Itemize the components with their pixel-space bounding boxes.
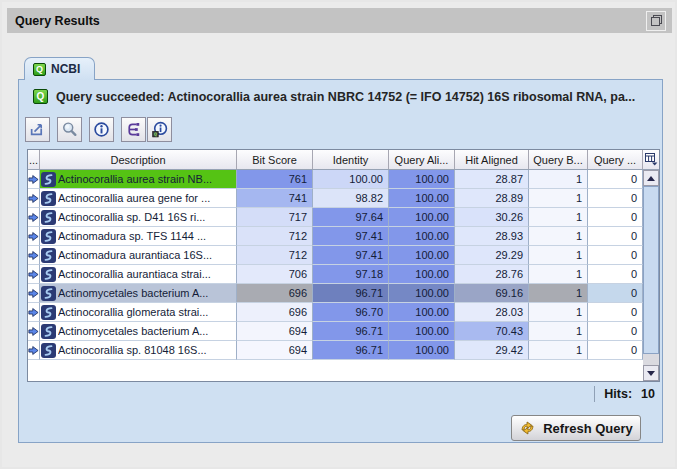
- identity-cell: 98.82: [313, 189, 389, 208]
- bit-score-cell: 712: [237, 227, 313, 246]
- description-text: Actinomadura sp. TFS 1144 ...: [58, 230, 206, 242]
- query-aligned-cell: 100.00: [389, 322, 455, 341]
- sequence-icon: [41, 324, 56, 339]
- bit-score-cell: 696: [237, 284, 313, 303]
- table-row[interactable]: Actinocorallia sp. D41 16S ri... 717 97.…: [28, 208, 643, 227]
- table-row[interactable]: Actinocorallia sp. 81048 16S... 694 96.7…: [28, 341, 643, 360]
- info-icon: [93, 121, 110, 138]
- info-button[interactable]: [89, 117, 114, 142]
- table-row[interactable]: Actinomadura sp. TFS 1144 ... 712 97.41 …: [28, 227, 643, 246]
- hit-aligned-cell: 28.76: [455, 265, 529, 284]
- query-info-icon: Q: [151, 121, 168, 138]
- header-description[interactable]: Description: [40, 150, 237, 169]
- row-arrow-icon: [28, 307, 39, 318]
- identity-cell: 96.71: [313, 341, 389, 360]
- scrollbar-thumb[interactable]: [643, 186, 659, 354]
- bit-score-cell: 694: [237, 322, 313, 341]
- identity-cell: 96.71: [313, 322, 389, 341]
- tree-view-button[interactable]: [121, 117, 146, 142]
- description-text: Actinomadura aurantiaca 16S...: [58, 249, 212, 261]
- query-cell: 0: [588, 189, 643, 208]
- description-text: Actinocorallia aurea strain NB...: [58, 173, 212, 185]
- status-row: Q Query succeeded: Actinocorallia aurea …: [33, 89, 635, 104]
- query-b-cell: 1: [529, 265, 588, 284]
- header-query-b[interactable]: Query B...: [529, 150, 588, 169]
- query-cell: 0: [588, 246, 643, 265]
- row-arrow-icon: [28, 231, 39, 242]
- query-b-cell: 1: [529, 341, 588, 360]
- query-aligned-cell: 100.00: [389, 303, 455, 322]
- bit-score-cell: 717: [237, 208, 313, 227]
- refresh-icon: [519, 420, 536, 436]
- query-aligned-cell: 100.00: [389, 227, 455, 246]
- window-titlebar: Query Results: [7, 8, 672, 33]
- query-results-window: Query Results Q NCBI Q Query succeeded: …: [0, 0, 677, 469]
- table-body-wrap: Actinocorallia aurea strain NB... 761 10…: [28, 170, 659, 381]
- query-aligned-cell: 100.00: [389, 284, 455, 303]
- table-row[interactable]: Actinocorallia aurantiaca strai... 706 9…: [28, 265, 643, 284]
- scroll-down-button[interactable]: [643, 365, 659, 381]
- query-cell: 0: [588, 208, 643, 227]
- identity-cell: 97.64: [313, 208, 389, 227]
- table-row[interactable]: Actinocorallia aurea strain NB... 761 10…: [28, 170, 643, 189]
- hit-aligned-cell: 30.26: [455, 208, 529, 227]
- vertical-scrollbar[interactable]: [643, 170, 659, 381]
- query-b-cell: 1: [529, 284, 588, 303]
- window-title: Query Results: [15, 14, 100, 28]
- description-text: Actinomycetales bacterium A...: [58, 325, 208, 337]
- description-text: Actinocorallia sp. D41 16S ri...: [58, 211, 205, 223]
- sequence-icon: [41, 191, 56, 206]
- table-row[interactable]: Actinocorallia glomerata strai... 696 96…: [28, 303, 643, 322]
- search-button[interactable]: [57, 117, 82, 142]
- float-window-button[interactable]: [646, 11, 666, 31]
- bit-score-cell: 761: [237, 170, 313, 189]
- refresh-query-button[interactable]: Refresh Query: [511, 415, 641, 441]
- query-aligned-cell: 100.00: [389, 189, 455, 208]
- table-row[interactable]: Actinomycetales bacterium A... 696 96.71…: [28, 284, 643, 303]
- sequence-icon: [41, 210, 56, 225]
- header-query-aligned[interactable]: Query Ali...: [389, 150, 455, 169]
- hit-aligned-cell: 29.42: [455, 341, 529, 360]
- identity-cell: 96.70: [313, 303, 389, 322]
- sequence-icon: [41, 248, 56, 263]
- hits-value: 10: [641, 387, 655, 401]
- query-aligned-cell: 100.00: [389, 341, 455, 360]
- query-info-button[interactable]: Q: [147, 117, 172, 142]
- sequence-icon: [41, 267, 56, 282]
- query-cell: 0: [588, 341, 643, 360]
- query-b-cell: 1: [529, 322, 588, 341]
- row-arrow-icon: [28, 269, 39, 280]
- query-cell: 0: [588, 322, 643, 341]
- tree-icon: [125, 121, 142, 138]
- query-cell: 0: [588, 227, 643, 246]
- query-b-cell: 1: [529, 189, 588, 208]
- header-identity[interactable]: Identity: [313, 150, 389, 169]
- row-arrow-icon: [28, 193, 39, 204]
- bit-score-cell: 741: [237, 189, 313, 208]
- table-row[interactable]: Actinomycetales bacterium A... 694 96.71…: [28, 322, 643, 341]
- query-cell: 0: [588, 170, 643, 189]
- header-marker[interactable]: ...: [28, 150, 40, 169]
- row-arrow-icon: [28, 326, 39, 337]
- header-query[interactable]: Query ...: [588, 150, 643, 169]
- header-hit-aligned[interactable]: Hit Aligned: [455, 150, 529, 169]
- table-body: Actinocorallia aurea strain NB... 761 10…: [28, 170, 643, 381]
- scroll-up-button[interactable]: [643, 170, 659, 186]
- export-icon: [29, 121, 46, 138]
- query-aligned-cell: 100.00: [389, 170, 455, 189]
- hits-status: Hits: 10: [594, 385, 655, 403]
- tab-ncbi[interactable]: Q NCBI: [24, 57, 95, 80]
- hit-aligned-cell: 29.29: [455, 246, 529, 265]
- header-bit-score[interactable]: Bit Score: [237, 150, 313, 169]
- column-selector-button[interactable]: [643, 150, 659, 169]
- export-results-button[interactable]: [25, 117, 50, 142]
- table-row[interactable]: Actinomadura aurantiaca 16S... 712 97.41…: [28, 246, 643, 265]
- search-icon: [61, 121, 78, 138]
- scrollbar-track[interactable]: [643, 186, 659, 365]
- sequence-icon: [41, 305, 56, 320]
- identity-cell: 100.00: [313, 170, 389, 189]
- description-text: Actinomycetales bacterium A...: [58, 287, 208, 299]
- identity-cell: 96.71: [313, 284, 389, 303]
- table-row[interactable]: Actinocorallia aurea gene for ... 741 98…: [28, 189, 643, 208]
- column-selector-icon: [645, 153, 658, 166]
